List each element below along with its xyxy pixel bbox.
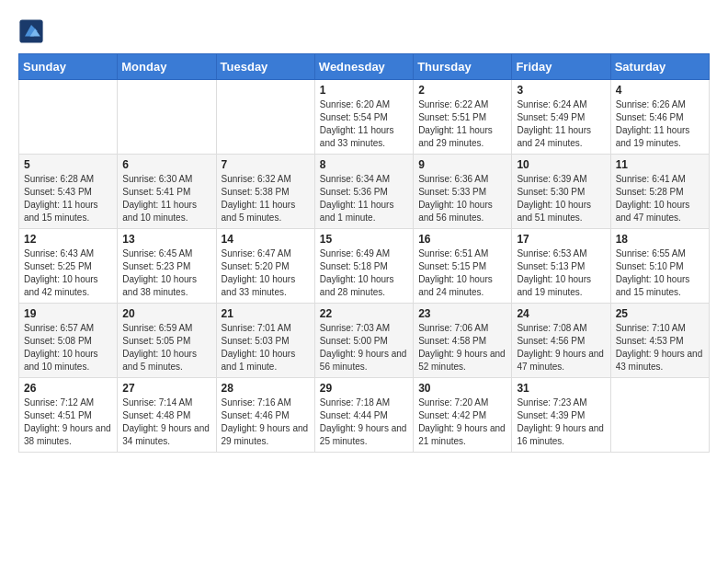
day-info: Sunrise: 6:51 AM Sunset: 5:15 PM Dayligh… [418, 247, 506, 299]
calendar-cell: 6Sunrise: 6:30 AM Sunset: 5:41 PM Daylig… [118, 155, 216, 229]
day-info: Sunrise: 7:10 AM Sunset: 4:53 PM Dayligh… [616, 322, 704, 373]
day-info: Sunrise: 7:18 AM Sunset: 4:44 PM Dayligh… [320, 396, 408, 448]
calendar-cell: 7Sunrise: 6:32 AM Sunset: 5:38 PM Daylig… [216, 155, 314, 229]
day-info: Sunrise: 6:24 AM Sunset: 5:49 PM Dayligh… [517, 98, 605, 150]
calendar-cell [118, 80, 216, 155]
calendar-cell: 2Sunrise: 6:22 AM Sunset: 5:51 PM Daylig… [414, 80, 512, 155]
day-number: 26 [24, 382, 112, 395]
day-info: Sunrise: 6:39 AM Sunset: 5:30 PM Dayligh… [517, 173, 605, 224]
day-number: 29 [320, 382, 408, 395]
day-info: Sunrise: 6:32 AM Sunset: 5:38 PM Dayligh… [222, 173, 310, 224]
day-number: 15 [320, 233, 408, 246]
day-number: 27 [122, 382, 210, 395]
calendar-cell: 10Sunrise: 6:39 AM Sunset: 5:30 PM Dayli… [512, 155, 610, 229]
day-info: Sunrise: 6:34 AM Sunset: 5:36 PM Dayligh… [320, 173, 408, 224]
day-info: Sunrise: 6:57 AM Sunset: 5:08 PM Dayligh… [24, 322, 112, 373]
calendar-cell: 15Sunrise: 6:49 AM Sunset: 5:18 PM Dayli… [314, 229, 413, 304]
day-number: 14 [222, 233, 310, 246]
day-info: Sunrise: 7:06 AM Sunset: 4:58 PM Dayligh… [418, 322, 506, 373]
calendar-header-row: SundayMondayTuesdayWednesdayThursdayFrid… [19, 54, 710, 80]
day-number: 30 [418, 382, 506, 395]
day-info: Sunrise: 6:20 AM Sunset: 5:54 PM Dayligh… [320, 98, 408, 150]
calendar-cell: 16Sunrise: 6:51 AM Sunset: 5:15 PM Dayli… [414, 229, 512, 304]
calendar-cell: 25Sunrise: 7:10 AM Sunset: 4:53 PM Dayli… [610, 304, 709, 378]
day-info: Sunrise: 6:55 AM Sunset: 5:10 PM Dayligh… [616, 247, 704, 299]
day-info: Sunrise: 6:28 AM Sunset: 5:43 PM Dayligh… [24, 173, 112, 224]
calendar-cell: 14Sunrise: 6:47 AM Sunset: 5:20 PM Dayli… [216, 229, 314, 304]
day-of-week-header: Thursday [414, 54, 512, 80]
day-info: Sunrise: 6:43 AM Sunset: 5:25 PM Dayligh… [24, 247, 112, 299]
calendar-cell: 20Sunrise: 6:59 AM Sunset: 5:05 PM Dayli… [118, 304, 216, 378]
calendar-week-row: 19Sunrise: 6:57 AM Sunset: 5:08 PM Dayli… [19, 304, 710, 378]
day-info: Sunrise: 6:45 AM Sunset: 5:23 PM Dayligh… [122, 247, 210, 299]
day-number: 12 [24, 233, 112, 246]
calendar-cell: 30Sunrise: 7:20 AM Sunset: 4:42 PM Dayli… [414, 378, 512, 453]
day-info: Sunrise: 6:26 AM Sunset: 5:46 PM Dayligh… [616, 98, 704, 150]
day-number: 2 [418, 84, 506, 97]
day-number: 10 [517, 158, 605, 171]
day-info: Sunrise: 6:36 AM Sunset: 5:33 PM Dayligh… [418, 173, 506, 224]
day-number: 31 [517, 382, 605, 395]
day-info: Sunrise: 6:53 AM Sunset: 5:13 PM Dayligh… [517, 247, 605, 299]
day-of-week-header: Wednesday [314, 54, 413, 80]
calendar-cell: 28Sunrise: 7:16 AM Sunset: 4:46 PM Dayli… [216, 378, 314, 453]
day-of-week-header: Friday [512, 54, 610, 80]
day-number: 17 [517, 233, 605, 246]
calendar-cell: 19Sunrise: 6:57 AM Sunset: 5:08 PM Dayli… [19, 304, 118, 378]
calendar-cell: 3Sunrise: 6:24 AM Sunset: 5:49 PM Daylig… [512, 80, 610, 155]
day-info: Sunrise: 7:23 AM Sunset: 4:39 PM Dayligh… [517, 396, 605, 448]
calendar-cell: 26Sunrise: 7:12 AM Sunset: 4:51 PM Dayli… [19, 378, 118, 453]
calendar-cell [19, 80, 118, 155]
day-number: 24 [517, 307, 605, 320]
day-number: 5 [24, 158, 112, 171]
day-number: 4 [616, 84, 704, 97]
day-number: 13 [122, 233, 210, 246]
day-info: Sunrise: 7:08 AM Sunset: 4:56 PM Dayligh… [517, 322, 605, 373]
calendar-cell: 22Sunrise: 7:03 AM Sunset: 5:00 PM Dayli… [314, 304, 413, 378]
day-info: Sunrise: 7:16 AM Sunset: 4:46 PM Dayligh… [222, 396, 310, 448]
logo-icon [18, 18, 44, 44]
day-info: Sunrise: 6:59 AM Sunset: 5:05 PM Dayligh… [122, 322, 210, 373]
day-number: 11 [616, 158, 704, 171]
day-number: 1 [320, 84, 408, 97]
day-number: 23 [418, 307, 506, 320]
calendar-cell: 12Sunrise: 6:43 AM Sunset: 5:25 PM Dayli… [19, 229, 118, 304]
calendar-week-row: 5Sunrise: 6:28 AM Sunset: 5:43 PM Daylig… [19, 155, 710, 229]
day-number: 22 [320, 307, 408, 320]
logo [18, 18, 48, 44]
day-number: 8 [320, 158, 408, 171]
calendar-week-row: 26Sunrise: 7:12 AM Sunset: 4:51 PM Dayli… [19, 378, 710, 453]
calendar-cell: 11Sunrise: 6:41 AM Sunset: 5:28 PM Dayli… [610, 155, 709, 229]
calendar-cell: 31Sunrise: 7:23 AM Sunset: 4:39 PM Dayli… [512, 378, 610, 453]
calendar-cell: 29Sunrise: 7:18 AM Sunset: 4:44 PM Dayli… [314, 378, 413, 453]
day-number: 28 [222, 382, 310, 395]
day-of-week-header: Monday [118, 54, 216, 80]
calendar: SundayMondayTuesdayWednesdayThursdayFrid… [18, 53, 710, 453]
calendar-cell: 21Sunrise: 7:01 AM Sunset: 5:03 PM Dayli… [216, 304, 314, 378]
day-info: Sunrise: 6:30 AM Sunset: 5:41 PM Dayligh… [122, 173, 210, 224]
day-info: Sunrise: 6:22 AM Sunset: 5:51 PM Dayligh… [418, 98, 506, 150]
day-number: 18 [616, 233, 704, 246]
calendar-cell: 27Sunrise: 7:14 AM Sunset: 4:48 PM Dayli… [118, 378, 216, 453]
calendar-cell: 4Sunrise: 6:26 AM Sunset: 5:46 PM Daylig… [610, 80, 709, 155]
calendar-cell [216, 80, 314, 155]
calendar-cell: 17Sunrise: 6:53 AM Sunset: 5:13 PM Dayli… [512, 229, 610, 304]
day-info: Sunrise: 7:12 AM Sunset: 4:51 PM Dayligh… [24, 396, 112, 448]
day-number: 7 [222, 158, 310, 171]
day-info: Sunrise: 6:49 AM Sunset: 5:18 PM Dayligh… [320, 247, 408, 299]
day-number: 3 [517, 84, 605, 97]
day-info: Sunrise: 7:20 AM Sunset: 4:42 PM Dayligh… [418, 396, 506, 448]
page-header [18, 18, 710, 44]
day-of-week-header: Saturday [610, 54, 709, 80]
day-number: 16 [418, 233, 506, 246]
calendar-cell: 13Sunrise: 6:45 AM Sunset: 5:23 PM Dayli… [118, 229, 216, 304]
day-number: 21 [222, 307, 310, 320]
day-number: 20 [122, 307, 210, 320]
calendar-cell: 5Sunrise: 6:28 AM Sunset: 5:43 PM Daylig… [19, 155, 118, 229]
calendar-cell: 23Sunrise: 7:06 AM Sunset: 4:58 PM Dayli… [414, 304, 512, 378]
day-number: 6 [122, 158, 210, 171]
calendar-cell: 24Sunrise: 7:08 AM Sunset: 4:56 PM Dayli… [512, 304, 610, 378]
day-number: 19 [24, 307, 112, 320]
calendar-week-row: 1Sunrise: 6:20 AM Sunset: 5:54 PM Daylig… [19, 80, 710, 155]
day-info: Sunrise: 7:01 AM Sunset: 5:03 PM Dayligh… [222, 322, 310, 373]
